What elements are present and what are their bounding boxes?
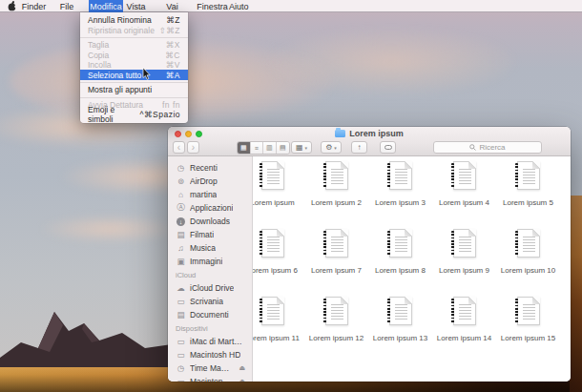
chevron-down-icon: ▾ — [305, 145, 308, 151]
sidebar-item-documenti[interactable]: ▤Documenti — [168, 308, 252, 321]
file-label: Lorem ipsum 13 — [373, 334, 427, 342]
file-lorem-ipsum-14[interactable]: Lorem ipsum 14 — [432, 296, 496, 363]
sidebar-item-martina[interactable]: ⌂martina — [168, 188, 252, 201]
applications-icon: Ⓐ — [176, 202, 186, 214]
sidebar-item-airdrop[interactable]: ⊚AirDrop — [168, 175, 252, 188]
menubar-item-vai[interactable]: Vai — [149, 0, 196, 12]
menu-item-emoji-e-simboli[interactable]: Emoji e simboli ^⌘Spazio — [80, 110, 188, 119]
sidebar-item-applicazioni[interactable]: ⒶApplicazioni — [168, 201, 252, 215]
file-lorem-ipsum-5[interactable]: Lorem ipsum 5 — [496, 160, 560, 228]
tags-button[interactable] — [380, 141, 396, 154]
sidebar-item-recenti[interactable]: ◷Recenti — [168, 161, 252, 175]
share-button[interactable]: ↑ — [351, 141, 367, 154]
menu-item-taglia[interactable]: Taglia ⌘X — [80, 40, 188, 50]
file-lorem-ipsum[interactable]: Lorem ipsum — [253, 160, 304, 228]
menubar-item-aiuto[interactable]: Aiuto — [229, 0, 249, 12]
sidebar-item-imac-di-mart[interactable]: ▭iMac di Mart… — [168, 335, 252, 348]
action-menu-button[interactable]: ⚙ ▾ — [321, 141, 342, 154]
downloads-icon: ↓ — [177, 217, 185, 226]
sidebar-item-label: Macintosh HD — [190, 350, 240, 360]
menu-item-incolla[interactable]: Incolla ⌘V — [80, 60, 188, 70]
file-lorem-ipsum-11[interactable]: Lorem ipsum 11 — [253, 296, 304, 363]
tag-icon — [385, 145, 392, 150]
menu-item-separator[interactable] — [80, 37, 188, 38]
menubar-item-modifica[interactable]: Modifica — [89, 0, 123, 12]
sidebar-item-macintosh-hd[interactable]: ▭Macintosh HD — [168, 348, 252, 361]
menu-item-shortcut: fn fn — [162, 100, 180, 110]
menu-item-annulla-rinomina[interactable]: Annulla Rinomina ⌘Z — [80, 15, 188, 25]
sidebar-item-label: iMac di Mart… — [190, 337, 242, 346]
back-button[interactable]: ‹ — [173, 141, 185, 154]
document-icon — [517, 229, 540, 258]
menu-item-label: Emoji e simboli — [88, 105, 140, 124]
file-lorem-ipsum-13[interactable]: Lorem ipsum 13 — [368, 296, 432, 363]
coverflow-view-icon[interactable]: ▤ — [277, 142, 290, 154]
file-label: Lorem ipsum 8 — [375, 266, 426, 275]
sidebar-item-immagini[interactable]: ▣Immagini — [168, 255, 252, 268]
sand-dune-right — [570, 196, 582, 392]
menubar-item-finestra[interactable]: Finestra — [196, 0, 229, 12]
file-lorem-ipsum-8[interactable]: Lorem ipsum 8 — [368, 228, 432, 296]
file-lorem-ipsum-7[interactable]: Lorem ipsum 7 — [304, 228, 368, 296]
file-label: Lorem ipsum 3 — [375, 198, 426, 207]
file-lorem-ipsum-10[interactable]: Lorem ipsum 10 — [496, 228, 560, 296]
edit-menu: Annulla Rinomina ⌘Z Ripristina originale… — [80, 12, 188, 123]
window-title-text: Lorem ipsum — [349, 129, 404, 138]
menu-item-copia[interactable]: Copia ⌘C — [80, 51, 188, 60]
column-view-icon[interactable]: ▥ — [263, 142, 277, 154]
menu-item-separator[interactable] — [80, 97, 188, 98]
group-by-button[interactable]: ▦ ▾ — [291, 141, 312, 154]
cloud — [38, 215, 181, 243]
file-lorem-ipsum-15[interactable]: Lorem ipsum 15 — [496, 296, 560, 363]
file-lorem-ipsum-2[interactable]: Lorem ipsum 2 — [304, 160, 368, 228]
sidebar-item-filmati[interactable]: ▤Filmati — [168, 228, 252, 241]
file-lorem-ipsum-6[interactable]: Lorem ipsum 6 — [253, 228, 304, 296]
sidebar-item-musica[interactable]: ♫Musica — [168, 241, 252, 255]
sidebar-section-header-dispositivi: Dispositivi — [168, 323, 252, 335]
share-icon: ↑ — [358, 143, 362, 152]
file-lorem-ipsum-9[interactable]: Lorem ipsum 9 — [432, 228, 496, 296]
sidebar-item-label: AirDrop — [190, 176, 218, 186]
sidebar-item-label: martina — [190, 190, 217, 199]
search-placeholder: Ricerca — [479, 143, 505, 152]
document-icon — [453, 297, 476, 325]
sidebar-item-macinton[interactable]: ▭Macinton⏏ — [168, 375, 252, 382]
sidebar-item-label: Scrivania — [190, 297, 223, 306]
sidebar-item-scrivania[interactable]: ▭Scrivania — [168, 295, 252, 308]
file-lorem-ipsum-12[interactable]: Lorem ipsum 12 — [304, 296, 368, 363]
file-lorem-ipsum-3[interactable]: Lorem ipsum 3 — [368, 160, 432, 228]
gear-icon: ⚙ — [325, 143, 332, 152]
titlebar[interactable]: Lorem ipsum — [168, 127, 571, 139]
apple-menu[interactable] — [0, 0, 23, 11]
menu-item-label: Incolla — [88, 60, 112, 70]
menubar-item-file[interactable]: File — [45, 0, 89, 12]
sidebar-item-time-ma[interactable]: ◷Time Ma…⏏ — [168, 361, 252, 375]
documents-icon: ▤ — [176, 310, 186, 320]
forward-button[interactable]: › — [187, 141, 199, 154]
menubar-item-finder[interactable]: Finder — [23, 0, 45, 12]
time-machine-icon: ◷ — [176, 363, 186, 373]
grid-view-icon[interactable]: ▦ — [238, 142, 251, 154]
chevron-right-icon: › — [192, 142, 195, 153]
menubar-item-vista[interactable]: Vista — [123, 0, 149, 12]
menu-item-label: Annulla Rinomina — [88, 15, 152, 25]
file-grid: Lorem ipsum Lorem ipsum 2 — [253, 160, 560, 363]
menu-item-ripristina-originale[interactable]: Ripristina originale ⇧⌘Z — [80, 25, 188, 34]
search-input[interactable]: Ricerca — [433, 141, 542, 154]
eject-icon[interactable]: ⏏ — [239, 378, 252, 382]
eject-icon[interactable]: ⏏ — [239, 364, 252, 372]
list-view-icon[interactable]: ≡ — [251, 142, 264, 154]
menu-item-seleziona-tutto[interactable]: Seleziona tutto ⌘A — [80, 70, 188, 79]
document-icon — [261, 229, 284, 258]
music-icon: ♫ — [176, 243, 186, 253]
file-label: Lorem ipsum 11 — [253, 334, 300, 342]
menu-item-label: Copia — [88, 51, 109, 60]
menu-item-separator[interactable] — [80, 82, 188, 83]
sidebar-item-label: Macinton — [190, 377, 223, 382]
sidebar-item-icloud-drive[interactable]: ☁iCloud Drive — [168, 281, 252, 295]
menu-item-mostra-gli-appunti[interactable]: Mostra gli appunti — [80, 85, 188, 94]
sidebar-item-downloads[interactable]: ↓Downloads — [168, 215, 252, 228]
file-lorem-ipsum-4[interactable]: Lorem ipsum 4 — [432, 160, 496, 228]
finder-window: Lorem ipsum ‹ › ▦ ≡ ▥ ▤ — [168, 127, 571, 382]
document-icon — [453, 161, 476, 190]
